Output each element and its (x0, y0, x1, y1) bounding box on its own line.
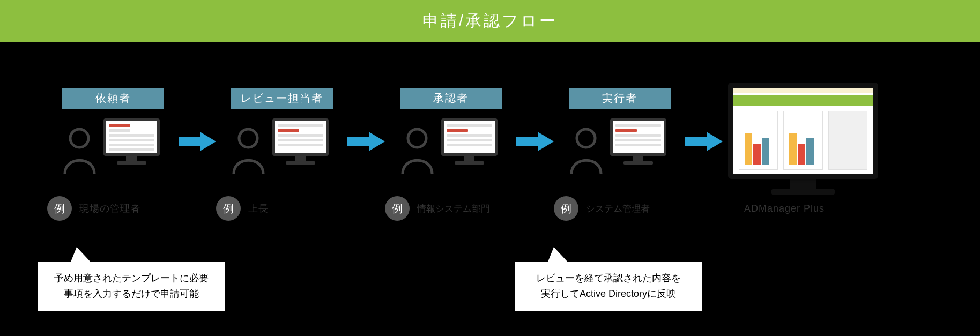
stage-approver: 承認者 (385, 88, 516, 175)
example-badge: 例 (554, 196, 578, 221)
flow-arrow (685, 131, 723, 152)
role-label-requester: 依頼者 (62, 88, 164, 109)
header-title: 申請/承認フロー (422, 10, 558, 32)
product-name: ADManager Plus (744, 203, 825, 214)
svg-marker-5 (516, 132, 554, 151)
stage-result (728, 83, 878, 195)
flow-arrow (179, 131, 216, 152)
role-label-approver: 承認者 (400, 88, 502, 109)
example-executor: 例 システム管理者 (554, 196, 723, 221)
flow-row: 依頼者 (47, 88, 959, 195)
example-text: 情報システム部門 (417, 203, 490, 215)
role-label-reviewer: レビュー担当者 (231, 88, 333, 109)
example-badge: 例 (47, 196, 72, 221)
icon-group (411, 118, 491, 175)
example-badge: 例 (385, 196, 410, 221)
example-text: 現場の管理者 (79, 202, 140, 215)
stage-requester: 依頼者 (47, 88, 179, 175)
icon-group (73, 118, 153, 175)
callout-executor: レビューを経て承認された内容を実行してActive Directoryに反映 (515, 262, 702, 311)
person-icon (62, 126, 97, 175)
flow-arrow (347, 131, 385, 152)
product-monitor (728, 83, 878, 195)
example-text: システム管理者 (586, 203, 650, 215)
example-badge: 例 (216, 196, 241, 221)
svg-marker-1 (179, 132, 216, 151)
example-reviewer: 例 上長 (216, 196, 385, 221)
stage-reviewer: レビュー担当者 (216, 88, 347, 175)
arrow-right-icon (516, 131, 554, 152)
monitor-screen-thumbnail (441, 118, 498, 156)
monitor-icon (610, 118, 666, 165)
arrow-right-icon (347, 131, 385, 152)
person-icon (569, 126, 604, 175)
svg-point-0 (70, 129, 88, 147)
monitor-icon (272, 118, 329, 165)
flow-arrow (516, 131, 554, 152)
monitor-icon (441, 118, 498, 165)
person-icon (400, 126, 435, 175)
monitor-screen-thumbnail (272, 118, 329, 156)
person-icon (231, 126, 266, 175)
header-bar: 申請/承認フロー (0, 0, 980, 42)
arrow-right-icon (685, 131, 723, 152)
icon-group (580, 118, 660, 175)
example-requester: 例 現場の管理者 (47, 196, 216, 221)
example-approver: 例 情報システム部門 (385, 196, 554, 221)
svg-point-4 (408, 129, 426, 147)
svg-marker-7 (685, 132, 723, 151)
icon-group (242, 118, 322, 175)
example-product: ADManager Plus (744, 203, 825, 214)
role-label-executor: 実行者 (569, 88, 671, 109)
monitor-icon (103, 118, 160, 165)
example-row: 例 現場の管理者 例 上長 例 情報システム部門 例 システム管理者 ADMan… (47, 196, 959, 221)
callout-requester: 予め用意されたテンプレートに必要事項を入力するだけで申請可能 (38, 262, 225, 311)
stage-executor: 実行者 (554, 88, 685, 175)
svg-marker-3 (347, 132, 385, 151)
diagram-body: 依頼者 (0, 42, 980, 336)
svg-point-6 (577, 129, 595, 147)
product-dashboard-thumbnail (728, 83, 878, 179)
monitor-screen-thumbnail (610, 118, 666, 156)
monitor-screen-thumbnail (103, 118, 160, 156)
arrow-right-icon (179, 131, 216, 152)
example-text: 上長 (248, 202, 269, 215)
svg-point-2 (239, 129, 257, 147)
